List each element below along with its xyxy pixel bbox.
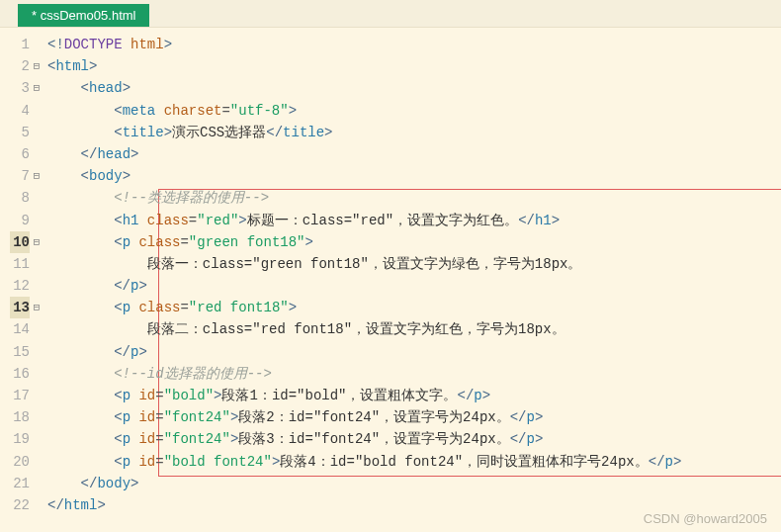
line-number: 15: [10, 341, 30, 363]
line-number: 21: [10, 473, 30, 494]
fold-icon[interactable]: ⊟: [30, 55, 43, 77]
code-line: </p>: [47, 275, 781, 297]
gutter-line: 5: [0, 122, 47, 143]
gutter-line: 19: [0, 428, 47, 450]
code-area[interactable]: <!DOCTYPE html> <html> <head> <meta char…: [47, 28, 781, 532]
line-number: 12: [10, 275, 30, 297]
code-line: <p id="bold font24">段落4：id="bold font24"…: [47, 451, 781, 473]
code-line: <p class="red font18">: [47, 297, 781, 318]
gutter-line: 17: [0, 385, 47, 406]
code-line: <html>: [47, 55, 781, 77]
line-number: 7: [10, 165, 30, 187]
gutter: 12⊟3⊟4567⊟8910⊟111213⊟141516171819202122: [0, 28, 47, 532]
line-number: 17: [10, 385, 30, 406]
gutter-line: 7⊟: [0, 165, 47, 187]
file-tab-label: * cssDemo05.html: [32, 8, 135, 23]
tab-bar: * cssDemo05.html: [0, 0, 781, 28]
gutter-line: 12: [0, 275, 47, 297]
line-number: 4: [10, 100, 30, 122]
editor: 12⊟3⊟4567⊟8910⊟111213⊟141516171819202122…: [0, 28, 781, 532]
line-number: 9: [10, 210, 30, 231]
fold-icon[interactable]: ⊟: [30, 231, 43, 253]
fold-icon[interactable]: ⊟: [30, 297, 43, 318]
code-line: </body>: [47, 473, 781, 494]
gutter-line: 13⊟: [0, 297, 47, 318]
code-line: <title>演示CSS选择器</title>: [47, 122, 781, 143]
gutter-line: 16: [0, 363, 47, 385]
line-number: 1: [10, 34, 30, 55]
code-line: <head>: [47, 77, 781, 99]
gutter-line: 3⊟: [0, 77, 47, 99]
gutter-line: 6: [0, 143, 47, 165]
code-line: <!DOCTYPE html>: [47, 34, 781, 55]
gutter-line: 20: [0, 451, 47, 473]
line-number: 20: [10, 451, 30, 473]
fold-icon[interactable]: ⊟: [30, 77, 43, 99]
line-number: 8: [10, 187, 30, 209]
code-line: <body>: [47, 165, 781, 187]
editor-window: * cssDemo05.html 12⊟3⊟4567⊟8910⊟111213⊟1…: [0, 0, 781, 532]
code-line: <p class="green font18">: [47, 231, 781, 253]
gutter-line: 11: [0, 253, 47, 275]
gutter-line: 22: [0, 494, 47, 516]
line-number: 22: [10, 494, 30, 516]
code-line: <!--类选择器的使用-->: [47, 187, 781, 209]
watermark: CSDN @howard2005: [644, 511, 767, 526]
line-number: 5: [10, 122, 30, 143]
gutter-line: 1: [0, 34, 47, 55]
gutter-line: 9: [0, 210, 47, 231]
line-number: 18: [10, 406, 30, 428]
line-number: 3: [10, 77, 30, 99]
line-number: 13: [10, 297, 30, 318]
code-line: <h1 class="red">标题一：class="red"，设置文字为红色。…: [47, 210, 781, 231]
code-line: </p>: [47, 341, 781, 363]
code-line: <meta charset="utf-8">: [47, 100, 781, 122]
line-number: 10: [10, 231, 30, 253]
code-line: <p id="font24">段落2：id="font24"，设置字号为24px…: [47, 406, 781, 428]
fold-icon[interactable]: ⊟: [30, 165, 43, 187]
line-number: 14: [10, 318, 30, 340]
gutter-line: 4: [0, 100, 47, 122]
gutter-line: 18: [0, 406, 47, 428]
gutter-line: 8: [0, 187, 47, 209]
gutter-line: 10⊟: [0, 231, 47, 253]
code-line: <p id="bold">段落1：id="bold"，设置粗体文字。</p>: [47, 385, 781, 406]
gutter-line: 14: [0, 318, 47, 340]
code-line: <p id="font24">段落3：id="font24"，设置字号为24px…: [47, 428, 781, 450]
line-number: 2: [10, 55, 30, 77]
line-number: 19: [10, 428, 30, 450]
gutter-line: 21: [0, 473, 47, 494]
code-line: 段落二：class="red font18"，设置文字为红色，字号为18px。: [47, 318, 781, 340]
line-number: 6: [10, 143, 30, 165]
gutter-line: 2⊟: [0, 55, 47, 77]
code-line: 段落一：class="green font18"，设置文字为绿色，字号为18px…: [47, 253, 781, 275]
line-number: 11: [10, 253, 30, 275]
line-number: 16: [10, 363, 30, 385]
file-tab[interactable]: * cssDemo05.html: [18, 4, 149, 27]
code-line: <!--id选择器的使用-->: [47, 363, 781, 385]
code-line: </head>: [47, 143, 781, 165]
gutter-line: 15: [0, 341, 47, 363]
